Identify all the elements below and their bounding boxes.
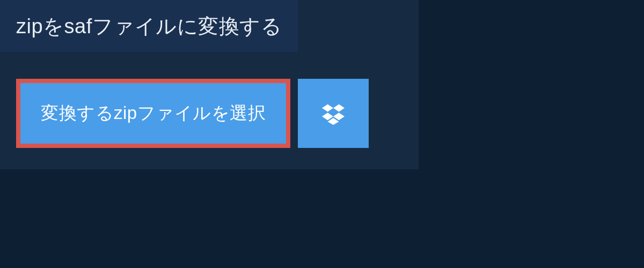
button-row: 変換するzipファイルを選択 [0, 52, 419, 148]
page-heading: zipをsafファイルに変換する [0, 0, 298, 52]
dropbox-button[interactable] [298, 79, 369, 148]
select-file-button[interactable]: 変換するzipファイルを選択 [16, 79, 290, 148]
converter-panel: zipをsafファイルに変換する 変換するzipファイルを選択 [0, 0, 419, 169]
dropbox-icon [322, 102, 345, 125]
